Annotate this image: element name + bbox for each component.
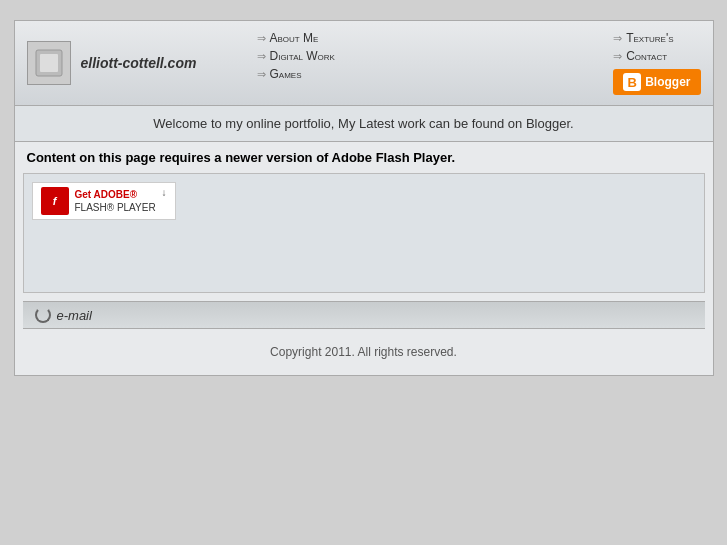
welcome-text: Welcome to my online portfolio, My Lates… [153,116,573,131]
flash-label: Get ADOBE® FLASH® PLAYER [75,188,156,214]
arrow-icon-contact: ⇒ [613,50,622,63]
nav-left: ⇒ About Me ⇒ Digital Work ⇒ Games [257,31,335,95]
nav-area: ⇒ About Me ⇒ Digital Work ⇒ Games ⇒ Text… [227,31,701,95]
nav-textures[interactable]: ⇒ Texture's [613,31,700,45]
flash-f-letter: f [53,195,57,207]
nav-textures-label: Texture's [626,31,673,45]
arrow-icon-games: ⇒ [257,68,266,81]
arrow-icon-textures: ⇒ [613,32,622,45]
flash-notice-text: Content on this page requires a newer ve… [27,150,456,165]
nav-right: ⇒ Texture's ⇒ Contact B Blogger [613,31,700,95]
flash-download-arrow-icon: ↓ [162,187,167,198]
logo-svg [34,48,64,78]
flash-notice: Content on this page requires a newer ve… [15,142,713,173]
nav-digital-work-label: Digital Work [270,49,335,63]
copyright-text: Copyright 2011. All rights reserved. [270,345,457,359]
content-area: f Get ADOBE® FLASH® PLAYER ↓ [23,173,705,293]
logo-area: elliott-cottell.com [27,41,227,85]
site-title: elliott-cottell.com [81,55,197,71]
page-wrapper: elliott-cottell.com ⇒ About Me ⇒ Digital… [14,20,714,376]
flash-player-label: FLASH® PLAYER [75,201,156,214]
nav-games-label: Games [270,67,302,81]
arrow-icon-about: ⇒ [257,32,266,45]
nav-digital-work[interactable]: ⇒ Digital Work [257,49,335,63]
flash-get-adobe: Get ADOBE® [75,189,138,200]
nav-contact[interactable]: ⇒ Contact [613,49,700,63]
email-bar: e-mail [23,301,705,329]
site-logo-icon [27,41,71,85]
nav-contact-label: Contact [626,49,667,63]
svg-rect-1 [40,54,58,72]
nav-about-me[interactable]: ⇒ About Me [257,31,335,45]
nav-about-me-label: About Me [270,31,319,45]
email-label[interactable]: e-mail [57,308,92,323]
copyright: Copyright 2011. All rights reserved. [15,329,713,375]
refresh-icon [35,307,51,323]
blogger-button[interactable]: B Blogger [613,69,700,95]
blogger-icon: B [623,73,641,91]
flash-icon: f [41,187,69,215]
arrow-icon-digital: ⇒ [257,50,266,63]
flash-plugin-button[interactable]: f Get ADOBE® FLASH® PLAYER ↓ [32,182,176,220]
header: elliott-cottell.com ⇒ About Me ⇒ Digital… [15,21,713,106]
blogger-label: Blogger [645,75,690,89]
nav-games[interactable]: ⇒ Games [257,67,335,81]
welcome-bar: Welcome to my online portfolio, My Lates… [15,106,713,142]
